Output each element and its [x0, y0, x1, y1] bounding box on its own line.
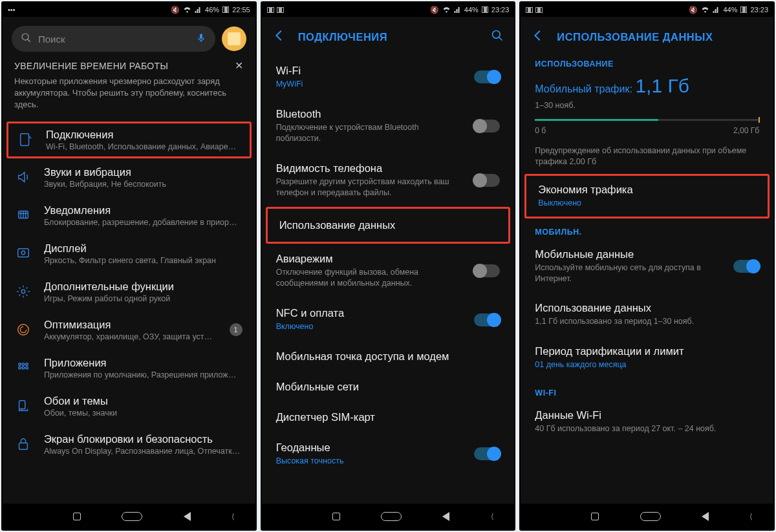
battery-icon [740, 6, 747, 13]
nfc-toggle[interactable] [474, 314, 500, 326]
conn-item-mobile-networks[interactable]: Мобильные сети [262, 372, 515, 402]
connections-icon [16, 133, 34, 147]
notif-icon [526, 7, 533, 13]
status-bar: 🔇 44% 23:23 [521, 3, 773, 17]
visibility-toggle[interactable] [474, 174, 500, 187]
mute-icon: 🔇 [689, 6, 698, 14]
conn-item-nfc[interactable]: NFC и оплатаВключено [262, 298, 515, 341]
usage-warning: Предупреждение об использовании данных п… [535, 145, 759, 167]
usage-summary[interactable]: Мобильный трафик: 1,1 Гб 1–30 нояб. 0 б … [521, 71, 773, 170]
back-button[interactable] [531, 28, 545, 45]
mute-icon: 🔇 [430, 6, 439, 14]
nav-back[interactable] [702, 512, 709, 521]
settings-item-wallpapers[interactable]: Обои и темыОбои, темы, значки [3, 387, 255, 425]
signal-icon [713, 6, 720, 13]
banner-title: УВЕЛИЧЕНИЕ ВРЕМЕНИ РАБОТЫ [14, 61, 168, 71]
scale-left: 0 б [535, 126, 546, 135]
settings-item-display[interactable]: ДисплейЯркость, Фильтр синего света, Гла… [3, 235, 255, 273]
nav-recents[interactable] [73, 513, 81, 520]
status-bar: ••• 🔇 46% 22:55 [3, 3, 255, 17]
search-placeholder: Поиск [38, 34, 65, 45]
nav-bar: ⟨ [262, 504, 515, 529]
wifi-icon [183, 6, 191, 13]
section-wifi: WI-FI [521, 385, 773, 400]
nav-home[interactable] [381, 512, 402, 521]
close-banner-icon[interactable]: ✕ [235, 59, 243, 72]
conn-item-bluetooth[interactable]: BluetoothПодключение к устройствам Bluet… [262, 99, 515, 153]
notif-icon [535, 7, 543, 13]
svg-rect-1 [21, 134, 29, 145]
svg-point-12 [26, 367, 28, 369]
conn-item-visibility[interactable]: Видимость телефонаРазрешите другим устро… [262, 153, 515, 207]
clock: 22:55 [232, 6, 250, 14]
mobile-data-toggle[interactable] [733, 260, 759, 273]
screenshot-connections: 🔇 44% 23:23 ПОДКЛЮЧЕНИЯ Wi-FiMyWiFi Blue… [261, 1, 516, 531]
search-input[interactable]: Поиск [12, 26, 215, 52]
usage-value: 1,1 Гб [635, 75, 689, 96]
nav-back[interactable] [184, 512, 191, 521]
display-icon [14, 246, 32, 261]
account-avatar[interactable] [222, 27, 246, 51]
mobile-data-item[interactable]: Мобильные данныеИспользуйте мобильную се… [521, 239, 773, 293]
screen-title: ИСПОЛЬЗОВАНИЕ ДАННЫХ [557, 31, 713, 43]
conn-item-hotspot[interactable]: Мобильная точка доступа и модем [262, 341, 515, 372]
battery-text: 44% [464, 6, 479, 14]
wifi-icon [701, 6, 709, 13]
mobile-usage-item[interactable]: Использование данных1,1 Гб использовано … [521, 293, 773, 336]
settings-item-lockscreen[interactable]: Экран блокировки и безопасностьAlways On… [3, 425, 255, 463]
svg-point-5 [21, 290, 25, 293]
nav-back[interactable] [442, 512, 449, 521]
svg-point-8 [22, 363, 25, 366]
svg-point-7 [19, 363, 21, 366]
conn-item-airplane[interactable]: АвиарежимОтключение функций вызова, обме… [262, 244, 515, 298]
nav-hide[interactable]: ⟨ [232, 512, 235, 521]
settings-item-notifications[interactable]: УведомленияБлокирование, разрешение, доб… [3, 197, 255, 235]
svg-point-0 [22, 34, 28, 40]
bluetooth-toggle[interactable] [474, 120, 500, 133]
notification-icon [14, 208, 32, 222]
usage-label: Мобильный трафик: [535, 83, 632, 94]
search-icon[interactable] [491, 29, 504, 45]
section-mobile: МОБИЛЬН. [521, 224, 773, 239]
battery-icon [222, 6, 229, 13]
clock: 23:23 [491, 6, 510, 14]
location-toggle[interactable] [474, 447, 500, 460]
usage-bar [535, 119, 759, 121]
battery-tip-banner[interactable]: УВЕЛИЧЕНИЕ ВРЕМЕНИ РАБОТЫ ✕ Некоторые пр… [3, 59, 255, 122]
advanced-icon [14, 284, 32, 299]
status-bar: 🔇 44% 23:23 [262, 3, 515, 17]
screenshot-data-usage: 🔇 44% 23:23 ИСПОЛЬЗОВАНИЕ ДАННЫХ ИСПОЛЬЗ… [519, 1, 775, 531]
svg-point-10 [19, 367, 21, 369]
conn-item-sim[interactable]: Диспетчер SIM-карт [262, 402, 515, 432]
notification-dots: ••• [8, 6, 16, 14]
svg-point-11 [22, 367, 25, 369]
airplane-toggle[interactable] [474, 264, 500, 277]
wifi-data-item[interactable]: Данные Wi-Fi40 Гб использовано за период… [521, 400, 773, 443]
search-icon [21, 32, 32, 45]
voice-search-icon[interactable] [196, 32, 206, 46]
nav-hide[interactable]: ⟨ [491, 512, 494, 521]
settings-item-maintenance[interactable]: ОптимизацияАккумулятор, хранилище, ОЗУ, … [3, 311, 255, 349]
clock: 23:23 [750, 6, 768, 14]
conn-item-data-usage[interactable]: Использование данных [266, 207, 511, 244]
settings-item-apps[interactable]: ПриложенияПриложения по умолчанию, Разре… [3, 349, 255, 387]
sound-icon [14, 170, 32, 184]
screenshot-settings-main: ••• 🔇 46% 22:55 Поиск [1, 1, 257, 531]
nav-hide[interactable]: ⟨ [749, 512, 753, 521]
back-button[interactable] [272, 28, 286, 45]
billing-cycle-item[interactable]: Период тарификации и лимит01 день каждог… [521, 336, 773, 379]
nav-recents[interactable] [332, 513, 340, 520]
screen-title: ПОДКЛЮЧЕНИЯ [298, 31, 387, 43]
settings-item-advanced[interactable]: Дополнительные функцииИгры, Режим работы… [3, 273, 255, 311]
conn-item-location[interactable]: ГеоданныеВысокая точность [262, 432, 515, 476]
svg-rect-3 [18, 249, 29, 257]
settings-item-connections[interactable]: Подключения Wi-Fi, Bluetooth, Использова… [6, 122, 252, 158]
nav-recents[interactable] [591, 513, 599, 520]
settings-item-sounds[interactable]: Звуки и вибрацияЗвуки, Вибрация, Не бесп… [3, 158, 255, 197]
svg-rect-14 [19, 443, 28, 449]
data-saver-item[interactable]: Экономия трафика Выключено [524, 174, 770, 218]
nav-home[interactable] [640, 512, 661, 521]
conn-item-wifi[interactable]: Wi-FiMyWiFi [262, 56, 515, 99]
nav-home[interactable] [122, 512, 142, 521]
wifi-toggle[interactable] [474, 70, 500, 83]
